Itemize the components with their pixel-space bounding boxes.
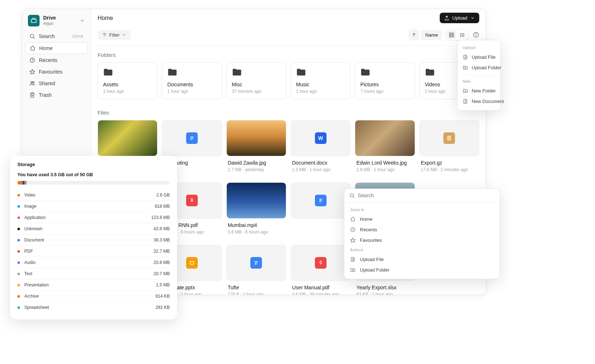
- folder-name: Misc: [232, 82, 281, 87]
- sort-direction-button[interactable]: [409, 29, 419, 40]
- search-item-upload-file[interactable]: Upload File: [344, 254, 500, 265]
- search-item-favourites[interactable]: Favourites: [344, 235, 500, 245]
- svg-rect-13: [449, 35, 451, 37]
- folder-up-icon: [463, 65, 468, 70]
- folder-card[interactable]: Assets 1 hour ago: [98, 62, 157, 99]
- topbar: Home Upload: [91, 9, 486, 27]
- info-button[interactable]: [473, 32, 479, 38]
- storage-dot: [17, 239, 20, 241]
- search-item-home[interactable]: Home: [344, 214, 500, 224]
- filter-icon: [102, 32, 107, 37]
- storage-value: 32.7 MB: [153, 249, 170, 254]
- upload-menu-section-new: New: [457, 78, 500, 86]
- grid-view-button[interactable]: [447, 30, 456, 39]
- file-thumb: [291, 182, 350, 219]
- file-card[interactable]: User Manual.pdf 4.6 MB · 39 minutes ago: [291, 245, 350, 295]
- storage-type: Image: [24, 204, 155, 209]
- sort-field-button[interactable]: Name: [421, 30, 442, 40]
- svg-point-19: [460, 34, 460, 35]
- home-icon: [350, 216, 356, 222]
- folder-card[interactable]: Music 1 hour ago: [291, 62, 350, 99]
- folder-card[interactable]: Misc 37 minutes ago: [226, 62, 286, 99]
- file-meta: 83 KB · 1 hour ago: [356, 292, 413, 295]
- search-icon: [349, 193, 355, 198]
- storage-dot: [17, 261, 20, 264]
- file-card[interactable]: Export.gz 17.6 MB · 2 minutes ago: [419, 120, 479, 178]
- sidebar-item-favourites[interactable]: Favourites: [25, 66, 88, 77]
- folder-icon: [360, 68, 370, 76]
- menu-upload-file[interactable]: Upload File: [457, 52, 500, 62]
- file-card[interactable]: W Document.docx 1.3 MB · 1 hour ago: [291, 120, 350, 178]
- storage-value: 43.8 MB: [153, 226, 170, 231]
- drive-selector[interactable]: Drive Arjun: [25, 13, 88, 30]
- storage-type: Archive: [24, 294, 156, 299]
- file-card[interactable]: Tufte 176 B · 1 hour ago: [226, 245, 286, 295]
- sidebar-search[interactable]: Search Ctrl+K: [25, 31, 88, 42]
- svg-point-6: [33, 82, 34, 83]
- file-meta: 1.3 MB · 1 hour ago: [292, 167, 349, 172]
- sidebar-item-label: Home: [39, 45, 53, 51]
- storage-dot: [17, 216, 20, 219]
- storage-segment: [26, 181, 26, 185]
- storage-summary: You have used 3.5 GB out of 50 GB: [17, 172, 170, 177]
- list-view-button[interactable]: [457, 30, 467, 39]
- drive-subtitle: Arjun: [43, 21, 76, 26]
- storage-value: 2.6 GB: [156, 193, 170, 198]
- search-item-upload-folder[interactable]: Upload Folder: [344, 265, 500, 275]
- svg-point-23: [476, 33, 476, 34]
- file-card[interactable]: [291, 182, 350, 240]
- sidebar-item-home[interactable]: Home: [25, 42, 88, 54]
- file-meta: 2.7 MB · yesterday: [228, 167, 285, 172]
- storage-bar: [17, 181, 170, 185]
- storage-value: 1.5 MB: [156, 282, 170, 288]
- file-thumb: [98, 120, 157, 156]
- file-up-icon: [350, 257, 356, 262]
- chevron-down-icon: [470, 16, 475, 20]
- page-title: Home: [98, 15, 113, 21]
- filter-button[interactable]: Filter: [98, 30, 131, 40]
- svg-rect-33: [190, 261, 193, 264]
- file-thumb: [355, 120, 415, 156]
- folder-name: Documents: [167, 82, 216, 87]
- sidebar-item-recents[interactable]: Recents: [25, 55, 88, 66]
- storage-row: Archive 814 KB: [17, 291, 170, 302]
- search-input[interactable]: [358, 193, 495, 198]
- storage-row: Presentation 1.5 MB: [17, 280, 170, 291]
- storage-panel: Storage You have used 3.5 GB out of 50 G…: [10, 156, 177, 319]
- file-card[interactable]: Dawid Zawila.jpg 2.7 MB · yesterday: [226, 120, 286, 178]
- svg-line-2: [33, 37, 34, 38]
- sidebar-item-trash[interactable]: Trash: [25, 90, 88, 100]
- file-name: Edwin Lord Weeks.jpg: [356, 160, 413, 166]
- menu-upload-folder[interactable]: Upload Folder: [457, 62, 500, 73]
- storage-row: Application 123.8 MB: [17, 212, 170, 223]
- search-item-recents[interactable]: Recents: [344, 224, 500, 235]
- toolbar: Filter Name: [91, 27, 486, 46]
- storage-dot: [17, 205, 20, 208]
- file-name: Yearly Export.xlsx: [356, 285, 413, 290]
- upload-button[interactable]: Upload: [440, 13, 479, 23]
- storage-value: 618 MB: [155, 204, 170, 209]
- chevron-down-icon: [80, 18, 85, 23]
- storage-row: Image 618 MB: [17, 201, 170, 212]
- folders-grid: Assets 1 hour ago Documents 1 hour ago M…: [98, 62, 479, 99]
- folder-meta: 1 hour ago: [103, 89, 152, 94]
- file-name: Export.gz: [421, 160, 478, 166]
- folder-card[interactable]: Pictures 7 hours ago: [355, 62, 415, 99]
- drive-title: Drive: [43, 15, 76, 21]
- file-card[interactable]: Edwin Lord Weeks.jpg 2.9 MB · 1 hour ago: [355, 120, 415, 178]
- sidebar-item-shared[interactable]: Shared: [25, 78, 88, 89]
- files-section-label: Files: [98, 109, 479, 116]
- menu-new-folder[interactable]: New Folder: [457, 86, 500, 96]
- folder-card[interactable]: Documents 1 hour ago: [162, 62, 222, 99]
- trash-icon: [29, 92, 35, 98]
- storage-value: 38.3 MB: [153, 237, 170, 243]
- menu-new-document[interactable]: New Document: [457, 96, 500, 107]
- file-thumb: [226, 182, 286, 219]
- upload-icon: [444, 15, 450, 21]
- file-card[interactable]: Mumbai.mp4 3.6 MB · 6 hours ago: [226, 182, 286, 240]
- search-item-label: Upload File: [360, 257, 384, 262]
- folder-icon: [232, 68, 242, 76]
- search-section-jumpto: Jump to: [344, 205, 500, 214]
- filter-label: Filter: [109, 32, 120, 38]
- storage-row: Spreadsheet 292 KB: [17, 302, 170, 313]
